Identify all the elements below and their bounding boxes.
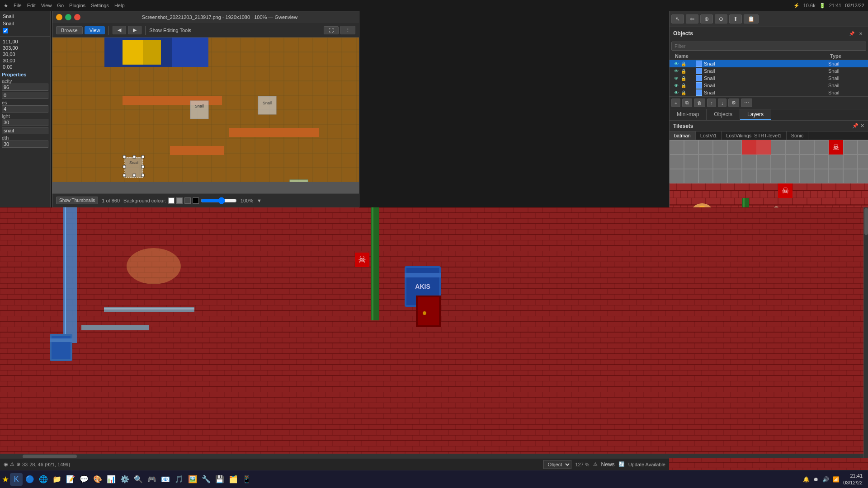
app-icon-6[interactable]: 💬 — [78, 473, 90, 486]
app-icon-14[interactable]: 🖼️ — [186, 473, 199, 486]
app-icon-12[interactable]: 📧 — [159, 473, 172, 486]
app-icon-13[interactable]: 🎵 — [173, 473, 185, 486]
plugins-menu[interactable]: Plugins — [69, 3, 85, 9]
object-row-1[interactable]: 👁 🔒 Snail Snail — [670, 60, 868, 67]
app-icon-15[interactable]: 🔧 — [200, 473, 212, 486]
gwenview-more-btn[interactable]: ⋮ — [340, 26, 355, 34]
tab-objects[interactable]: Objects — [707, 109, 740, 120]
gwenview-image-area[interactable]: Snail Snail Player Snail — [52, 38, 359, 193]
gwenview-minimize-btn[interactable] — [56, 14, 62, 20]
app-icon-3[interactable]: 🌐 — [37, 473, 50, 486]
edit-mode-select[interactable]: Object — [543, 460, 571, 469]
app-icon-11[interactable]: 🎮 — [146, 473, 158, 486]
tray-icon-2[interactable]: ⏺ — [813, 476, 819, 483]
help-menu[interactable]: Help — [114, 3, 125, 9]
star-app-btn[interactable]: ★ — [2, 474, 9, 484]
tray-icon-4[interactable]: 📶 — [833, 476, 840, 483]
file-menu[interactable]: File — [14, 3, 22, 9]
app-icon-7[interactable]: 🎨 — [91, 473, 104, 486]
app-icon-8[interactable]: 📊 — [105, 473, 118, 486]
go-menu[interactable]: Go — [57, 3, 64, 9]
tilesets-header-icons[interactable]: 📌 ✕ — [852, 123, 864, 129]
tileset-tab-sonic[interactable]: Sonic — [787, 131, 809, 140]
rt-btn-3[interactable]: ⊕ — [700, 14, 713, 23]
object-row-5[interactable]: 👁 🔒 Snail Snail — [670, 89, 868, 96]
gwenview-prev-btn[interactable]: ◀ — [113, 26, 126, 34]
bg-color-dark[interactable] — [184, 197, 191, 204]
rt-btn-1[interactable]: ↖ — [671, 14, 684, 23]
tray-icon-1[interactable]: 🔔 — [803, 476, 810, 483]
objects-toolbar[interactable]: + ⧉ 🗑 ↑ ↓ ⚙ ⋯ — [670, 96, 868, 109]
edit-menu[interactable]: Edit — [27, 3, 36, 9]
object-row-4[interactable]: 👁 🔒 Snail Snail — [670, 82, 868, 89]
tab-minimap[interactable]: Mini-map — [670, 109, 707, 120]
row-visibility-icons[interactable]: 👁 🔒 — [673, 61, 687, 67]
tileset-tabs[interactable]: batman LostVi1 LostVikings_STRT-level1 S… — [670, 131, 868, 140]
gwenview-close-btn[interactable] — [74, 14, 80, 20]
tilesets-pin-btn[interactable]: 📌 — [852, 123, 859, 129]
row-vis-icons-4[interactable]: 👁 🔒 — [673, 82, 687, 89]
eye-icon-3[interactable]: 👁 — [673, 75, 679, 81]
gwenview-window-controls[interactable] — [56, 14, 80, 20]
obj-copy-btn[interactable]: ⧉ — [682, 99, 692, 107]
obj-more-btn[interactable]: ⋯ — [741, 99, 752, 107]
app-icon-5[interactable]: 📝 — [64, 473, 77, 486]
map-editor-canvas[interactable]: AKIS ☠ — [0, 207, 868, 470]
objects-header-icons[interactable]: 📌 ✕ — [848, 30, 864, 37]
tab-layers[interactable]: Layers — [740, 109, 771, 120]
lock-icon-2[interactable]: 🔒 — [680, 68, 687, 74]
object-row-2[interactable]: 👁 🔒 Snail Snail — [670, 67, 868, 75]
bg-color-selector[interactable]: Background colour: — [123, 197, 237, 204]
mode-selector[interactable]: Object 127 % ⚠ News 🔄 Update Available — [543, 460, 665, 469]
zoom-dropdown-btn[interactable]: ▼ — [257, 198, 262, 203]
settings-menu[interactable]: Settings — [91, 3, 109, 9]
lock-icon-1[interactable]: 🔒 — [680, 61, 687, 67]
horizontal-scrollbar[interactable] — [0, 454, 863, 458]
tray-icon-3[interactable]: 🔊 — [822, 476, 829, 483]
objects-filter-area[interactable] — [670, 40, 868, 52]
scroll-thumb-horizontal[interactable] — [23, 455, 77, 458]
right-toolbar[interactable]: ↖ ⇦ ⊕ ⊙ ⬆ 📋 — [670, 11, 868, 27]
rt-btn-2[interactable]: ⇦ — [686, 14, 698, 23]
app-icon-2[interactable]: 🔵 — [24, 473, 36, 486]
tileset-tab-lostvi1[interactable]: LostVi1 — [696, 131, 722, 140]
gwenview-browse-tab[interactable]: Browse — [56, 26, 83, 34]
news-label[interactable]: News — [601, 461, 615, 468]
rt-btn-4[interactable]: ⊙ — [715, 14, 727, 23]
gwenview-fullscreen-btn[interactable]: ⛶ — [324, 26, 339, 34]
show-thumbnails-btn[interactable]: Show Thumbnails — [56, 197, 98, 204]
eye-icon-1[interactable]: 👁 — [673, 61, 679, 67]
object-row-3[interactable]: 👁 🔒 Snail Snail — [670, 75, 868, 82]
rt-btn-6[interactable]: 📋 — [744, 14, 759, 23]
app-icon-16[interactable]: 💾 — [213, 473, 226, 486]
tileset-tab-batman[interactable]: batman — [670, 131, 696, 140]
obj-up-btn[interactable]: ↑ — [707, 99, 716, 107]
gwenview-nav[interactable]: Browse View ◀ ▶ Show Editing Tools ⛶ ⋮ — [52, 23, 359, 38]
lock-icon-5[interactable]: 🔒 — [680, 89, 687, 96]
view-menu[interactable]: View — [41, 3, 52, 9]
snail-checkbox[interactable] — [3, 28, 8, 33]
star-icon[interactable]: ★ — [4, 3, 8, 9]
gwenview-maximize-btn[interactable] — [65, 14, 71, 20]
app-icon-9[interactable]: ⚙️ — [118, 473, 131, 486]
tileset-tab-lostviking[interactable]: LostVikings_STRT-level1 — [722, 131, 787, 140]
app-icon-10[interactable]: 🔍 — [132, 473, 145, 486]
lock-icon-3[interactable]: 🔒 — [680, 75, 687, 81]
obj-down-btn[interactable]: ↓ — [718, 99, 727, 107]
brightness-slider[interactable] — [201, 197, 237, 204]
bg-color-black[interactable] — [193, 197, 199, 204]
bg-color-white[interactable] — [168, 197, 175, 204]
scroll-thumb-vertical[interactable] — [864, 208, 868, 235]
eye-icon-4[interactable]: 👁 — [673, 82, 679, 89]
gwenview-next-btn[interactable]: ▶ — [128, 26, 142, 34]
app-icon-1[interactable]: K — [10, 473, 23, 486]
view-tabs[interactable]: Mini-map Objects Layers — [670, 109, 868, 121]
obj-add-btn[interactable]: + — [671, 99, 680, 107]
bg-color-gray[interactable] — [176, 197, 183, 204]
row-vis-icons-5[interactable]: 👁 🔒 — [673, 89, 687, 96]
app-icon-18[interactable]: 📱 — [241, 473, 253, 486]
row-vis-icons-3[interactable]: 👁 🔒 — [673, 75, 687, 81]
obj-delete-btn[interactable]: 🗑 — [694, 99, 705, 107]
obj-settings-btn[interactable]: ⚙ — [728, 99, 739, 107]
gwenview-view-tab[interactable]: View — [85, 26, 105, 34]
